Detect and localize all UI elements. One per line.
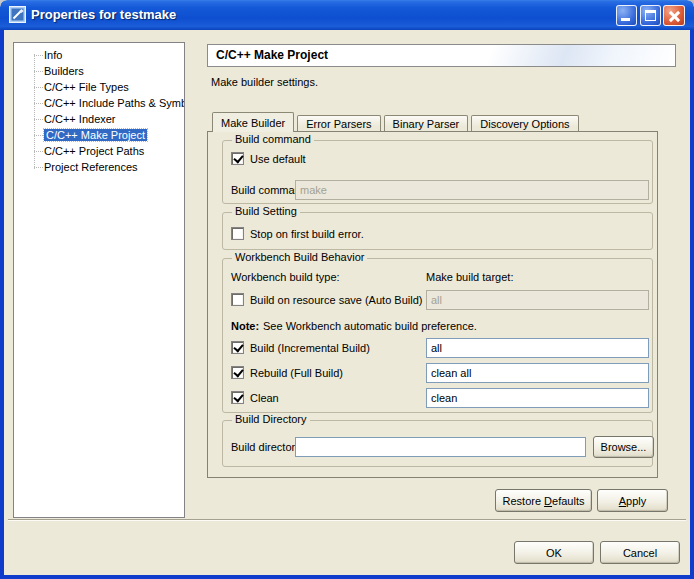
restore-defaults-mnemonic: D	[544, 495, 552, 507]
use-default-checkbox[interactable]	[231, 152, 244, 165]
build-directory-input[interactable]	[295, 437, 586, 457]
page-title: C/C++ Make Project	[207, 44, 676, 67]
build-command-group-title: Build command	[232, 133, 314, 145]
properties-tree: Info Builders C/C++ File Types C/C++ Inc…	[13, 42, 185, 518]
properties-dialog: Properties for testmake Info Builders C/…	[0, 0, 694, 579]
tab-discovery-options[interactable]: Discovery Options	[471, 115, 578, 131]
tab-binary-parser[interactable]: Binary Parser	[384, 115, 469, 131]
tree-item-label: Info	[44, 49, 62, 61]
tree-item-label: Builders	[44, 65, 84, 77]
auto-build-label: Build on resource save (Auto Build)	[250, 294, 422, 306]
build-setting-group-title: Build Setting	[232, 205, 300, 217]
build-directory-group: Build Directory Build directory: Browse.…	[222, 420, 653, 467]
ok-button[interactable]: OK	[514, 541, 594, 564]
clean-label: Clean	[250, 392, 279, 404]
tree-item-label: Project References	[44, 161, 138, 173]
tree-item-label: C/C++ Include Paths & Symbo	[44, 97, 185, 109]
tree-item-project-paths[interactable]: C/C++ Project Paths	[14, 143, 184, 159]
restore-defaults-label-rest: efaults	[552, 495, 584, 507]
cancel-button[interactable]: Cancel	[600, 541, 680, 564]
auto-build-target-input[interactable]	[426, 290, 649, 310]
tree-item-file-types[interactable]: C/C++ File Types	[14, 79, 184, 95]
incremental-build-checkbox[interactable]	[231, 341, 244, 354]
tab-make-builder[interactable]: Make Builder	[212, 112, 294, 132]
clean-target-input[interactable]	[426, 388, 649, 408]
build-command-group: Build command Use default Build command:	[222, 140, 653, 204]
build-command-input[interactable]	[295, 180, 649, 200]
tree-item-label-selected: C/C++ Make Project	[44, 129, 147, 141]
maximize-button[interactable]	[640, 5, 661, 26]
build-setting-group: Build Setting Stop on first build error.	[222, 212, 653, 250]
minimize-icon	[621, 18, 630, 21]
tree-item-label: C/C++ File Types	[44, 81, 129, 93]
incremental-build-label: Build (Incremental Build)	[250, 342, 370, 354]
tree-item-info[interactable]: Info	[14, 47, 184, 63]
properties-tool-icon	[9, 6, 26, 23]
apply-mnemonic: A	[619, 495, 626, 507]
make-build-target-label: Make build target:	[426, 271, 513, 283]
full-build-target-input[interactable]	[426, 363, 649, 383]
minimize-button[interactable]	[616, 5, 637, 26]
workbench-build-type-label: Workbench build type:	[231, 271, 340, 283]
workbench-build-behavior-group: Workbench Build Behavior Workbench build…	[222, 258, 653, 413]
tree-item-project-references[interactable]: Project References	[14, 159, 184, 175]
clean-checkbox[interactable]	[231, 391, 244, 404]
restore-defaults-label: Restore	[503, 495, 545, 507]
titlebar[interactable]: Properties for testmake	[0, 0, 694, 30]
tree-item-label: C/C++ Project Paths	[44, 145, 144, 157]
workbench-group-title: Workbench Build Behavior	[232, 251, 367, 263]
build-directory-label: Build directory:	[231, 441, 304, 453]
use-default-label: Use default	[250, 153, 306, 165]
tree-item-make-project[interactable]: C/C++ Make Project	[14, 127, 184, 143]
window-title: Properties for testmake	[31, 7, 176, 22]
page-description: Make builder settings.	[211, 76, 318, 88]
tab-bar: Make Builder Error Parsers Binary Parser…	[212, 112, 582, 132]
full-build-checkbox[interactable]	[231, 366, 244, 379]
maximize-icon	[645, 10, 656, 21]
apply-label-rest: pply	[626, 495, 646, 507]
build-directory-group-title: Build Directory	[232, 413, 310, 425]
tree-item-include-paths[interactable]: C/C++ Include Paths & Symbo	[14, 95, 184, 111]
restore-defaults-button[interactable]: Restore Defaults	[495, 489, 592, 512]
incremental-build-target-input[interactable]	[426, 338, 649, 358]
tree-item-label: C/C++ Indexer	[44, 113, 116, 125]
apply-button[interactable]: Apply	[597, 489, 668, 512]
note-text: See Workbench automatic build preference…	[263, 320, 477, 332]
tree-item-indexer[interactable]: C/C++ Indexer	[14, 111, 184, 127]
full-build-label: Rebuild (Full Build)	[250, 367, 343, 379]
stop-on-first-error-label: Stop on first build error.	[250, 228, 364, 240]
tree-item-builders[interactable]: Builders	[14, 63, 184, 79]
auto-build-checkbox[interactable]	[231, 293, 244, 306]
browse-button[interactable]: Browse...	[593, 436, 654, 458]
note-label: Note:	[231, 320, 259, 332]
button-bar-separator	[8, 519, 686, 521]
stop-on-first-error-checkbox[interactable]	[231, 227, 244, 240]
tab-error-parsers[interactable]: Error Parsers	[297, 115, 380, 131]
close-button[interactable]	[663, 5, 685, 26]
